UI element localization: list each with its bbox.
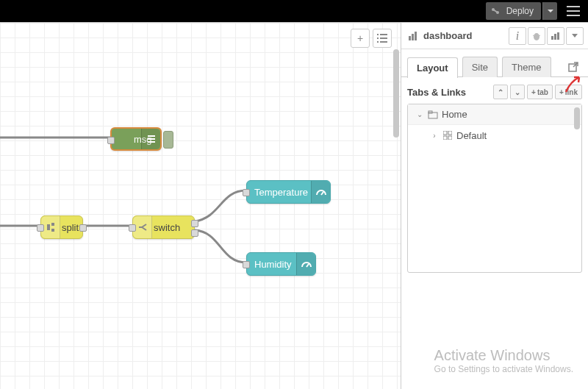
svg-rect-10 bbox=[380, 41, 387, 43]
list-button[interactable] bbox=[373, 29, 392, 48]
tree-item-default[interactable]: › Default bbox=[408, 125, 581, 146]
svg-rect-4 bbox=[567, 15, 580, 16]
chart-button[interactable] bbox=[547, 27, 564, 45]
collapse-icon: ⌄ bbox=[514, 88, 520, 96]
tree-label: Home bbox=[442, 109, 467, 120]
chevron-down-icon: ⌄ bbox=[415, 110, 424, 118]
tree-label: Default bbox=[456, 130, 487, 141]
tab-icon bbox=[427, 110, 439, 119]
wires bbox=[0, 23, 401, 389]
sidebar-title: dashboard bbox=[406, 30, 507, 41]
svg-rect-12 bbox=[148, 138, 155, 140]
gauge-icon bbox=[311, 181, 330, 203]
node-temperature[interactable]: Temperature bbox=[246, 180, 331, 204]
external-link-icon bbox=[568, 62, 578, 72]
sidebar-header: dashboard i bbox=[401, 23, 588, 49]
sidebar: dashboard i Layout Site Theme bbox=[401, 22, 588, 389]
svg-point-22 bbox=[534, 33, 539, 40]
tab-site[interactable]: Site bbox=[462, 57, 498, 77]
input-port[interactable] bbox=[129, 224, 136, 232]
node-switch[interactable]: switch bbox=[132, 215, 195, 239]
chart-icon bbox=[551, 32, 560, 40]
list-icon bbox=[377, 34, 387, 43]
output-port-1[interactable] bbox=[191, 220, 198, 227]
node-debug[interactable]: msg bbox=[110, 127, 162, 151]
svg-rect-27 bbox=[557, 32, 559, 40]
menu-button[interactable] bbox=[564, 2, 582, 20]
deploy-button[interactable]: Deploy bbox=[486, 2, 541, 20]
tabs-tree: ⌄ Home › Default bbox=[407, 104, 582, 273]
bug-icon bbox=[531, 31, 542, 41]
svg-rect-7 bbox=[377, 38, 379, 39]
output-port[interactable] bbox=[79, 224, 87, 232]
add-link-label: link bbox=[565, 88, 578, 96]
svg-rect-26 bbox=[554, 34, 556, 40]
chevron-right-icon: › bbox=[430, 132, 439, 140]
node-label: switch bbox=[154, 222, 180, 233]
node-humidity[interactable]: Humidity bbox=[246, 252, 316, 276]
open-dashboard-button[interactable] bbox=[564, 58, 582, 76]
expand-all-button[interactable]: ⌃ bbox=[493, 85, 508, 99]
svg-rect-19 bbox=[409, 36, 411, 40]
section-title: Tabs & Links bbox=[407, 87, 466, 98]
svg-rect-13 bbox=[148, 141, 155, 143]
dashboard-tabs: Layout Site Theme bbox=[401, 49, 588, 77]
chevron-down-icon bbox=[572, 34, 578, 38]
input-port[interactable] bbox=[243, 189, 250, 196]
add-link-button[interactable]: +link bbox=[555, 85, 582, 99]
info-button[interactable]: i bbox=[509, 27, 526, 45]
sidebar-dropdown[interactable] bbox=[566, 27, 584, 45]
svg-rect-2 bbox=[567, 6, 580, 7]
tab-layout[interactable]: Layout bbox=[407, 57, 458, 78]
input-port[interactable] bbox=[107, 137, 115, 144]
debug-toggle[interactable] bbox=[163, 131, 173, 149]
svg-line-17 bbox=[321, 192, 323, 195]
deploy-label: Deploy bbox=[506, 6, 534, 16]
gauge-icon bbox=[296, 253, 315, 275]
main-area: + msg split bbox=[0, 22, 588, 389]
tab-theme[interactable]: Theme bbox=[502, 57, 551, 77]
svg-rect-34 bbox=[448, 136, 452, 140]
chevron-down-icon bbox=[548, 8, 553, 14]
node-label: Humidity bbox=[254, 259, 292, 270]
svg-rect-5 bbox=[377, 34, 379, 35]
svg-rect-33 bbox=[443, 136, 447, 140]
flow-canvas[interactable]: + msg split bbox=[0, 22, 401, 389]
watermark-subtitle: Go to Settings to activate Windows. bbox=[434, 364, 573, 374]
svg-rect-31 bbox=[443, 131, 447, 135]
add-button[interactable]: + bbox=[351, 29, 370, 48]
debug-panel-button[interactable] bbox=[528, 27, 545, 45]
debug-icon bbox=[141, 129, 160, 149]
deploy-dropdown[interactable] bbox=[542, 2, 557, 20]
collapse-all-button[interactable]: ⌄ bbox=[510, 85, 525, 99]
tabs-links-header: Tabs & Links ⌃ ⌄ +tab +link bbox=[401, 77, 588, 104]
svg-rect-11 bbox=[148, 135, 155, 137]
svg-rect-21 bbox=[415, 32, 417, 40]
canvas-scrollbar[interactable] bbox=[393, 49, 399, 382]
windows-watermark: Activate Windows Go to Settings to activ… bbox=[434, 347, 573, 374]
svg-rect-16 bbox=[51, 229, 54, 232]
plus-icon: + bbox=[357, 32, 363, 44]
top-bar: Deploy bbox=[0, 0, 588, 22]
scrollbar-thumb[interactable] bbox=[393, 49, 399, 138]
input-port[interactable] bbox=[243, 261, 250, 268]
output-port-2[interactable] bbox=[191, 229, 198, 237]
node-label: split bbox=[62, 222, 79, 233]
dashboard-icon bbox=[409, 32, 419, 40]
input-port[interactable] bbox=[37, 224, 44, 232]
info-icon: i bbox=[516, 29, 519, 43]
hamburger-icon bbox=[567, 6, 580, 16]
add-tab-button[interactable]: +tab bbox=[527, 85, 553, 99]
node-split[interactable]: split bbox=[40, 215, 83, 239]
svg-rect-32 bbox=[448, 131, 452, 135]
svg-rect-15 bbox=[51, 223, 54, 226]
canvas-toolbar: + bbox=[351, 29, 392, 48]
expand-icon: ⌃ bbox=[498, 88, 503, 96]
tree-item-home[interactable]: ⌄ Home bbox=[408, 104, 581, 125]
svg-rect-14 bbox=[47, 224, 50, 230]
tree-scrollbar[interactable] bbox=[574, 107, 580, 129]
node-label: Temperature bbox=[254, 187, 308, 198]
add-tab-label: tab bbox=[537, 88, 548, 96]
watermark-title: Activate Windows bbox=[434, 347, 573, 364]
svg-rect-8 bbox=[380, 38, 387, 39]
